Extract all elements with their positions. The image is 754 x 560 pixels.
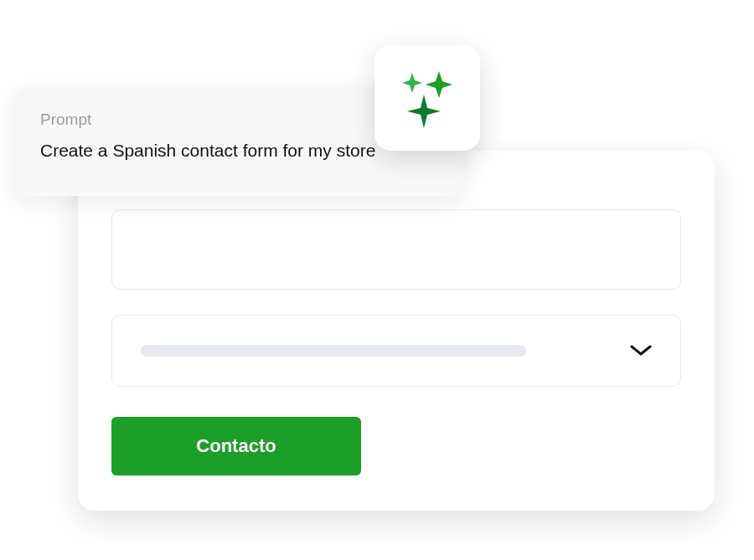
submit-button[interactable]: Contacto <box>111 417 361 475</box>
text-input[interactable] <box>111 209 681 290</box>
select-placeholder <box>141 345 526 357</box>
select-input[interactable] <box>111 315 681 387</box>
chevron-down-icon <box>630 345 652 357</box>
form-card: Contacto <box>78 151 715 511</box>
sparkles-icon <box>397 68 457 128</box>
ai-badge <box>374 45 480 151</box>
